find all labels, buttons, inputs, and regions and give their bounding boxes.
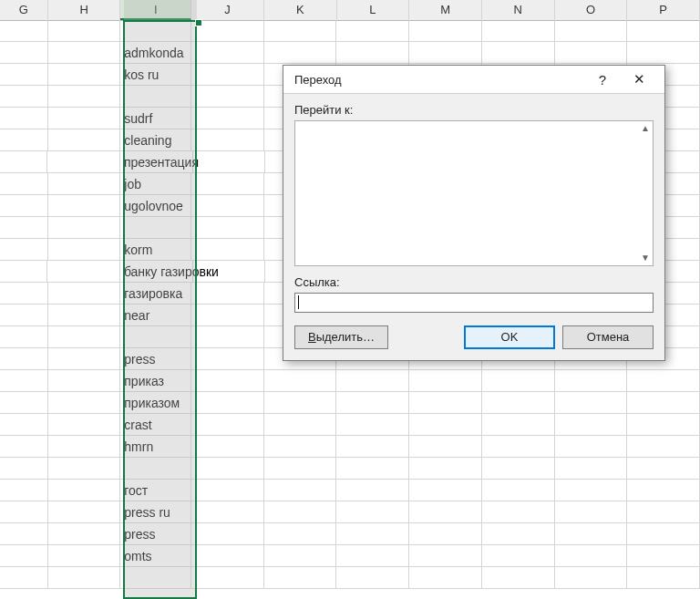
cell-G18[interactable] bbox=[0, 392, 48, 414]
cell-J4[interactable] bbox=[191, 86, 264, 108]
cell-J17[interactable] bbox=[191, 370, 264, 392]
col-header-L[interactable]: L bbox=[337, 0, 410, 20]
cell-I5[interactable]: sudrf bbox=[120, 108, 191, 129]
cell-H21[interactable] bbox=[48, 458, 121, 480]
cell-M21[interactable] bbox=[409, 458, 482, 480]
cell-G2[interactable] bbox=[0, 42, 48, 64]
cell-O19[interactable] bbox=[555, 414, 628, 436]
cell-G25[interactable] bbox=[0, 545, 48, 567]
cell-L25[interactable] bbox=[336, 545, 409, 567]
cell-K25[interactable] bbox=[264, 545, 337, 567]
cell-K24[interactable] bbox=[264, 523, 337, 545]
cancel-button[interactable]: Отмена bbox=[562, 325, 654, 349]
cell-L22[interactable] bbox=[336, 480, 409, 501]
cell-L19[interactable] bbox=[336, 414, 409, 436]
col-header-J[interactable]: J bbox=[191, 0, 264, 20]
cell-J22[interactable] bbox=[191, 480, 264, 501]
cell-H12[interactable] bbox=[47, 261, 119, 283]
cell-I9[interactable]: ugolovnoe bbox=[120, 195, 191, 217]
cell-K23[interactable] bbox=[264, 501, 337, 523]
dialog-titlebar[interactable]: Переход ? ✕ bbox=[283, 66, 664, 94]
cell-P24[interactable] bbox=[627, 523, 700, 545]
cell-G17[interactable] bbox=[0, 370, 48, 392]
cell-H10[interactable] bbox=[48, 217, 121, 239]
cell-N19[interactable] bbox=[482, 414, 555, 436]
cell-I6[interactable]: cleaning bbox=[120, 129, 191, 151]
cell-G7[interactable] bbox=[0, 151, 47, 173]
cell-N21[interactable] bbox=[482, 458, 555, 480]
cell-I22[interactable]: гост bbox=[120, 480, 191, 501]
col-header-G[interactable]: G bbox=[0, 0, 48, 20]
cell-G5[interactable] bbox=[0, 108, 48, 129]
cell-G12[interactable] bbox=[0, 261, 47, 283]
reference-input[interactable] bbox=[294, 293, 654, 313]
cell-P25[interactable] bbox=[627, 545, 700, 567]
cell-G9[interactable] bbox=[0, 195, 48, 217]
cell-I12[interactable]: банку газировки bbox=[120, 261, 193, 283]
cell-P18[interactable] bbox=[627, 392, 700, 414]
cell-J6[interactable] bbox=[191, 129, 264, 151]
cell-L24[interactable] bbox=[336, 523, 409, 545]
cell-J19[interactable] bbox=[191, 414, 264, 436]
cell-M23[interactable] bbox=[409, 501, 482, 523]
col-header-M[interactable]: M bbox=[409, 0, 482, 20]
cell-G4[interactable] bbox=[0, 86, 48, 108]
cell-N18[interactable] bbox=[482, 392, 555, 414]
cell-N22[interactable] bbox=[482, 480, 555, 501]
cell-P19[interactable] bbox=[627, 414, 700, 436]
cell-G24[interactable] bbox=[0, 523, 48, 545]
cell-L20[interactable] bbox=[336, 436, 409, 458]
cell-H18[interactable] bbox=[48, 392, 121, 414]
cell-M25[interactable] bbox=[409, 545, 482, 567]
cell-M20[interactable] bbox=[409, 436, 482, 458]
listbox-scrollbar[interactable]: ▲ ▼ bbox=[638, 121, 653, 265]
col-header-H[interactable]: H bbox=[48, 0, 121, 20]
cell-G1[interactable] bbox=[0, 20, 48, 42]
cell-J13[interactable] bbox=[191, 283, 264, 305]
cell-H20[interactable] bbox=[48, 436, 121, 458]
cell-H15[interactable] bbox=[48, 326, 121, 348]
cell-L26[interactable] bbox=[336, 567, 409, 589]
cell-I13[interactable]: газировка bbox=[120, 283, 191, 305]
cell-N23[interactable] bbox=[482, 501, 555, 523]
cell-P2[interactable] bbox=[627, 42, 700, 64]
cell-G10[interactable] bbox=[0, 217, 48, 239]
cell-P17[interactable] bbox=[627, 370, 700, 392]
cell-J7[interactable] bbox=[193, 151, 265, 173]
cell-I17[interactable]: приказ bbox=[120, 370, 191, 392]
cell-K17[interactable] bbox=[264, 370, 337, 392]
cell-I24[interactable]: press bbox=[120, 523, 191, 545]
cell-H17[interactable] bbox=[48, 370, 121, 392]
cell-K26[interactable] bbox=[264, 567, 337, 589]
cell-G23[interactable] bbox=[0, 501, 48, 523]
cell-H11[interactable] bbox=[48, 239, 121, 261]
cell-I11[interactable]: korm bbox=[120, 239, 191, 261]
cell-K18[interactable] bbox=[264, 392, 337, 414]
cell-I1[interactable] bbox=[120, 20, 191, 42]
cell-H3[interactable] bbox=[48, 64, 121, 86]
cell-M1[interactable] bbox=[409, 20, 482, 42]
cell-G3[interactable] bbox=[0, 64, 48, 86]
cell-I21[interactable] bbox=[120, 458, 191, 480]
cell-I10[interactable] bbox=[120, 217, 191, 239]
cell-J2[interactable] bbox=[191, 42, 264, 64]
cell-P1[interactable] bbox=[627, 20, 700, 42]
cell-I7[interactable]: презентация bbox=[120, 151, 193, 173]
cell-H16[interactable] bbox=[48, 348, 121, 370]
cell-H5[interactable] bbox=[48, 108, 121, 129]
cell-L18[interactable] bbox=[336, 392, 409, 414]
cell-M2[interactable] bbox=[409, 42, 482, 64]
cell-K20[interactable] bbox=[264, 436, 337, 458]
cell-J21[interactable] bbox=[191, 458, 264, 480]
cell-H7[interactable] bbox=[47, 151, 119, 173]
cell-I18[interactable]: приказом bbox=[120, 392, 191, 414]
cell-J25[interactable] bbox=[191, 545, 264, 567]
cell-J24[interactable] bbox=[191, 523, 264, 545]
cell-P22[interactable] bbox=[627, 480, 700, 501]
cell-O1[interactable] bbox=[555, 20, 628, 42]
cell-J18[interactable] bbox=[191, 392, 264, 414]
cell-K22[interactable] bbox=[264, 480, 337, 501]
cell-M19[interactable] bbox=[409, 414, 482, 436]
cell-I23[interactable]: press ru bbox=[120, 501, 191, 523]
cell-G15[interactable] bbox=[0, 326, 48, 348]
